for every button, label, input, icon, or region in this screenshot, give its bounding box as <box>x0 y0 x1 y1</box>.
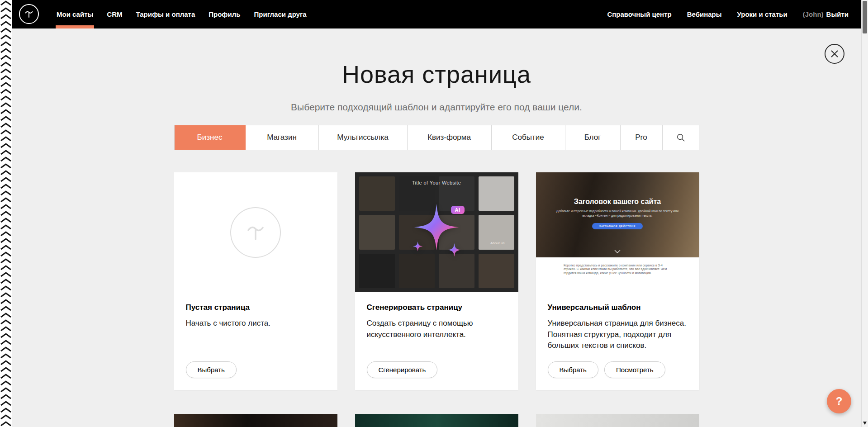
close-icon <box>830 50 839 58</box>
tilda-logo-icon <box>22 7 36 21</box>
upcoming-template-card[interactable] <box>355 414 518 427</box>
card-description: Создать страницу с помощью искусственног… <box>367 318 507 340</box>
page-subtitle: Выберите подходящий шаблон и адаптируйте… <box>174 102 699 113</box>
tab-search[interactable] <box>663 125 699 150</box>
tab-pro[interactable]: Pro <box>621 125 663 150</box>
card-title: Универсальный шаблон <box>548 303 688 312</box>
select-button[interactable]: Выбрать <box>548 361 598 378</box>
blank-page-preview <box>174 172 337 292</box>
generate-button[interactable]: Сгенерировать <box>367 361 438 378</box>
preview-body-text: Коротко представьтесь и расскажите о ком… <box>564 264 671 275</box>
tab-business[interactable]: Бизнес <box>175 125 246 150</box>
tilda-watermark-icon <box>230 207 281 258</box>
nav-invite-friend[interactable]: Пригласи друга <box>247 0 313 28</box>
zigzag-decoration <box>0 0 12 427</box>
tab-event[interactable]: Событие <box>492 125 565 150</box>
ai-sparkle-icon <box>355 172 518 292</box>
nav-crm[interactable]: CRM <box>100 0 129 28</box>
template-preview: Заголовок вашего сайта Добавьте интересн… <box>536 172 699 292</box>
card-universal-template[interactable]: Заголовок вашего сайта Добавьте интересн… <box>536 172 699 390</box>
scroll-down-arrow-icon <box>863 422 867 425</box>
ai-template-preview: Title of Your Website About us <box>355 172 518 292</box>
nav-profile[interactable]: Профиль <box>202 0 247 28</box>
nav-webinars[interactable]: Вебинары <box>679 10 730 18</box>
preview-subtitle: Добавьте интересные подробности о вашей … <box>555 209 679 218</box>
chevron-down-icon <box>536 250 699 254</box>
template-cards: Пустая страница Начать с чистого листа. … <box>174 172 699 390</box>
nav-lessons[interactable]: Уроки и статьи <box>730 10 795 18</box>
tab-shop[interactable]: Магазин <box>246 125 319 150</box>
preview-title: Заголовок вашего сайта <box>574 198 661 206</box>
upcoming-template-row <box>174 414 699 427</box>
nav-tariffs[interactable]: Тарифы и оплата <box>129 0 202 28</box>
card-description: Начать с чистого листа. <box>186 318 326 329</box>
nav-my-sites[interactable]: Мои сайты <box>50 0 100 28</box>
top-nav: Мои сайты CRM Тарифы и оплата Профиль Пр… <box>12 0 861 28</box>
close-button[interactable] <box>825 44 844 64</box>
new-page-dialog: Новая страница Выберите подходящий шабло… <box>12 28 861 427</box>
tab-blog[interactable]: Блог <box>565 125 621 150</box>
card-generate-page[interactable]: Title of Your Website About us <box>355 172 518 390</box>
help-button[interactable]: ? <box>827 389 851 413</box>
main-menu: Мои сайты CRM Тарифы и оплата Профиль Пр… <box>50 0 313 28</box>
user-logout[interactable]: (John) Выйти <box>795 10 849 18</box>
preview-hero: Заголовок вашего сайта Добавьте интересн… <box>536 172 699 257</box>
tab-multilink[interactable]: Мультиссылка <box>319 125 408 150</box>
scrollbar-thumb[interactable] <box>863 1 867 33</box>
card-blank-page[interactable]: Пустая страница Начать с чистого листа. … <box>174 172 337 390</box>
card-title: Пустая страница <box>186 303 326 312</box>
ai-badge: AI <box>451 206 465 214</box>
user-name: (John) <box>803 10 824 18</box>
logout-link[interactable]: Выйти <box>826 10 849 18</box>
preview-body: Коротко представьтесь и расскажите о ком… <box>536 257 699 292</box>
preview-cta-button: ЗАГЛАВНОЕ ДЕЙСТВИЕ <box>592 223 643 229</box>
template-tabs: Бизнес Магазин Мультиссылка Квиз-форма С… <box>174 125 699 150</box>
card-description: Универсальная страница для бизнеса. Поня… <box>548 318 688 351</box>
card-title: Сгенерировать страницу <box>367 303 507 312</box>
page-title: Новая страница <box>174 60 699 88</box>
secondary-menu: Справочный центр Вебинары Уроки и статьи… <box>599 0 861 28</box>
nav-help-center[interactable]: Справочный центр <box>599 10 679 18</box>
view-button[interactable]: Посмотреть <box>604 361 665 378</box>
tab-quiz[interactable]: Квиз-форма <box>408 125 492 150</box>
upcoming-template-card[interactable] <box>174 414 337 427</box>
scrollbar[interactable] <box>861 0 868 427</box>
tilda-logo[interactable] <box>19 4 39 24</box>
select-button[interactable]: Выбрать <box>186 361 237 378</box>
search-icon <box>676 133 685 142</box>
upcoming-template-card[interactable] <box>536 414 699 427</box>
